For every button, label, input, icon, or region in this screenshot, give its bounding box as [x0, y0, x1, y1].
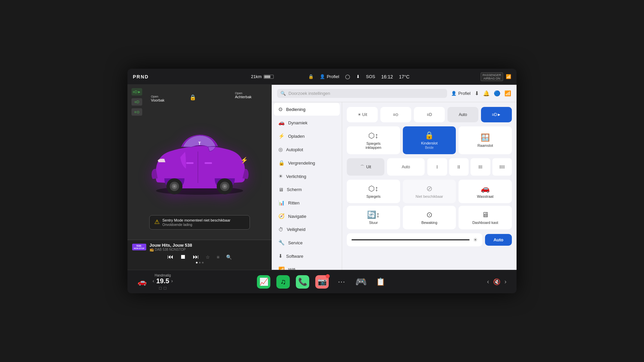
temperature-control: Handmatig ‹ 19.5 › ◻ ◻: [153, 274, 173, 290]
header-right: 👤 Profiel ⬇ 🔔 🔵 📶: [451, 90, 511, 97]
stuur-label: Stuur: [369, 221, 378, 225]
dynamiek-icon: 🚗: [278, 120, 285, 126]
circle-nav[interactable]: ◯: [345, 74, 350, 79]
navigatie-icon: 🧭: [278, 213, 285, 219]
service-icon: 🔧: [278, 240, 285, 246]
equalizer-button[interactable]: ≡: [217, 254, 219, 260]
temp-value-display: 19.5: [156, 277, 169, 285]
sos-nav[interactable]: SOS: [366, 74, 375, 79]
battery-info: 21km: [251, 74, 274, 79]
light-uit-btn[interactable]: ☀ Uit: [347, 107, 378, 122]
wiper-speed-3[interactable]: III: [471, 158, 490, 176]
fan-icon: ◻: [163, 286, 167, 290]
prnd-display: PRND: [133, 74, 149, 79]
sidebar-item-verlichting[interactable]: ☀ Verlichting: [274, 170, 340, 183]
mode-icon-2[interactable]: ≡D: [131, 98, 142, 106]
sidebar-item-scherm[interactable]: 🖥 Scherm: [274, 183, 340, 196]
next-nav-arrow[interactable]: ›: [504, 278, 506, 285]
app-games[interactable]: 🎮: [354, 275, 368, 289]
verlichting-icon: ☀: [278, 173, 283, 179]
music-player: 538: NON-STOP Jouw Hits, Jouw 538 📻 DAB …: [127, 240, 272, 270]
raamslot-tile[interactable]: 🪟 Raamslot: [459, 126, 512, 154]
search-box[interactable]: 🔍 Doorzoek instellingen: [277, 89, 447, 98]
app-more[interactable]: ⋯: [335, 275, 348, 289]
wiper-speed-2[interactable]: II: [449, 158, 469, 176]
wasstraat-tile[interactable]: 🚗 Wasstraat: [459, 180, 512, 203]
wiper-speed-1[interactable]: I: [427, 158, 447, 176]
next-button[interactable]: ⏭: [193, 253, 199, 260]
wiper-auto-btn[interactable]: Auto: [387, 158, 425, 176]
app-phone[interactable]: 📞: [296, 275, 309, 289]
light-auto-btn[interactable]: Auto: [447, 107, 478, 122]
download-header-icon[interactable]: ⬇: [475, 90, 479, 97]
prev-nav-arrow[interactable]: ‹: [487, 278, 489, 285]
light-mode2-btn[interactable]: ≡⊙: [380, 107, 411, 122]
stocks-icon: 📈: [259, 278, 268, 286]
spiegels-tile[interactable]: ⬡↕ Spiegels: [347, 180, 400, 203]
niet-beschikbaar-tile: ⊘ Niet beschikbaar: [403, 180, 456, 203]
temp-decrease-btn[interactable]: ‹: [153, 278, 154, 284]
spiegels-label: Spiegels: [366, 194, 380, 198]
svg-text:⚡: ⚡: [240, 157, 248, 164]
stop-button[interactable]: ⏹: [180, 253, 186, 260]
mode-icon-3[interactable]: ≡⊙: [131, 108, 142, 116]
navigatie-label: Navigatie: [288, 214, 306, 219]
wiper-uit-btn[interactable]: ⌒ Uit: [347, 158, 384, 176]
sidebar-item-vergrendeling[interactable]: 🔒 Vergrendeling: [274, 157, 340, 169]
wifi-label: Wifi: [288, 267, 296, 270]
lock-icon-nav[interactable]: 🔒: [308, 74, 314, 79]
favorite-button[interactable]: ☆: [206, 254, 210, 260]
music-subtitle: 📻 DAB 538 NONSTOP: [150, 248, 267, 251]
sidebar-item-service[interactable]: 🔧 Service: [274, 236, 340, 249]
wiper-speed-4[interactable]: IIII: [492, 158, 512, 176]
app-notes[interactable]: 📋: [374, 275, 387, 289]
kinderslot-tile[interactable]: 🔒 Kinderslot Beide: [403, 126, 456, 154]
sentry-warning: ⚠ Sentry Mode momenteel niet beschikbaar…: [149, 215, 250, 230]
achterbak-label[interactable]: Open Achterbak: [235, 92, 252, 99]
wifi-icon: 📶: [278, 266, 285, 270]
app-spotify[interactable]: ♫: [276, 275, 290, 289]
mute-icon[interactable]: 🔇: [493, 278, 500, 286]
sidebar-item-wifi[interactable]: 📶 Wifi: [274, 263, 340, 270]
bluetooth-icon[interactable]: 🔵: [494, 90, 500, 97]
search-music-button[interactable]: 🔍: [226, 254, 232, 260]
header-profile[interactable]: 👤 Profiel: [451, 91, 471, 96]
app-camera[interactable]: 📷: [315, 275, 329, 289]
sidebar-item-software[interactable]: ⬇ Software: [274, 250, 340, 262]
sidebar-item-dynamiek[interactable]: 🚗 Dynamiek: [274, 116, 340, 129]
sidebar-item-veiligheid[interactable]: ⏱ Veiligheid: [274, 223, 340, 236]
prev-button[interactable]: ⏮: [167, 253, 173, 260]
mode-icon-1[interactable]: ≡D►: [131, 88, 142, 96]
profile-nav[interactable]: 👤 Profiel: [320, 74, 339, 79]
music-title: Jouw Hits, Jouw 538: [150, 243, 267, 248]
bewaking-tile[interactable]: ⊙ Bewaking: [403, 206, 456, 229]
voorbak-label[interactable]: Open Voorbak: [151, 95, 164, 102]
light-mode5-btn[interactable]: ≡D►: [481, 107, 512, 122]
download-icon: ⬇: [356, 74, 360, 79]
phone-icon: 📞: [298, 278, 307, 286]
spotify-icon: ♫: [280, 278, 286, 286]
sidebar-item-navigatie[interactable]: 🧭 Navigatie: [274, 210, 340, 223]
app-stocks[interactable]: 📈: [257, 275, 270, 289]
spiegels-inklappen-label: Spiegelsinklappen: [366, 141, 381, 149]
scherm-icon: 🖥: [278, 187, 283, 192]
stuur-tile[interactable]: 🔄↕ Stuur: [347, 206, 400, 229]
sidebar-item-bediening[interactable]: ⊙ Bediening: [274, 103, 340, 116]
brightness-slider-container[interactable]: ☀: [347, 233, 482, 246]
top-bar-left: PRND 21km: [133, 74, 274, 79]
spiegels-inklappen-tile[interactable]: ⬡↕ Spiegelsinklappen: [347, 126, 400, 154]
download-nav[interactable]: ⬇: [356, 74, 360, 79]
brightness-auto-btn[interactable]: Auto: [485, 234, 512, 246]
temp-increase-btn[interactable]: ›: [171, 278, 173, 284]
light-mode3-btn[interactable]: ≡D: [414, 107, 445, 122]
scherm-label: Scherm: [287, 187, 302, 192]
sidebar-item-autopilot[interactable]: ◎ Autopilot: [274, 143, 340, 156]
taskbar-car-icon[interactable]: 🚗: [138, 278, 147, 286]
sidebar-item-opladen[interactable]: ⚡ Opladen: [274, 130, 340, 142]
signal-header-icon[interactable]: 📶: [504, 90, 511, 97]
sidebar-item-ritten[interactable]: 📊 Ritten: [274, 196, 340, 209]
bell-icon[interactable]: 🔔: [483, 90, 490, 97]
niet-beschikbaar-label: Niet beschikbaar: [416, 194, 443, 198]
wiper-auto-label: Auto: [402, 165, 410, 169]
dashboard-kast-tile[interactable]: 🖥 Dashboard kast: [459, 206, 512, 229]
